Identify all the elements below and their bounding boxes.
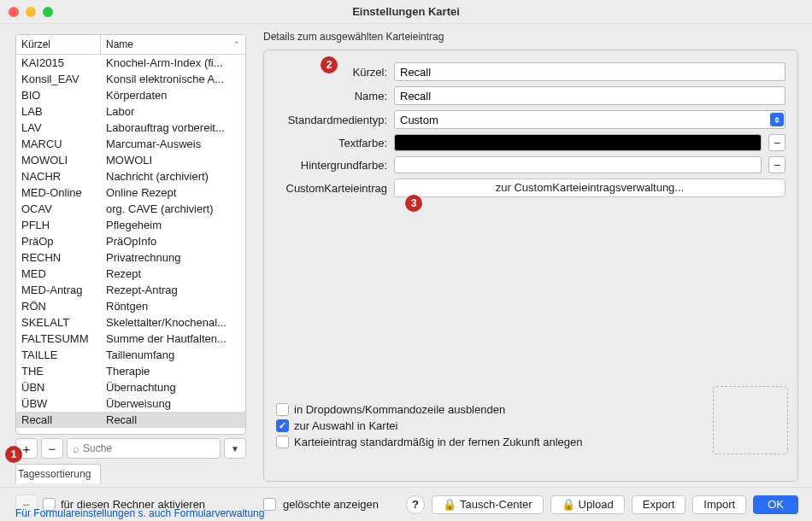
- table-row[interactable]: RÖNRöntgen: [16, 298, 245, 314]
- tausch-center-button[interactable]: 🔒Tausch-Center: [432, 495, 544, 514]
- callout-3: 3: [405, 195, 422, 212]
- hide-checkbox-label: in Dropdowns/Kommandozeile ausblenden: [294, 403, 505, 416]
- hintergrundfarbe-clear-button[interactable]: −: [768, 156, 786, 173]
- table-row[interactable]: BIOKörperdaten: [16, 87, 245, 103]
- search-input[interactable]: [83, 442, 215, 454]
- table-row[interactable]: FALTESUMMSumme der Hautfalten...: [16, 331, 245, 347]
- table-row[interactable]: MOWOLIMOWOLI: [16, 152, 245, 168]
- table-row[interactable]: LAVLaborauftrag vorbereit...: [16, 120, 245, 136]
- import-button[interactable]: Import: [692, 495, 746, 514]
- table-row[interactable]: Konsil_EAVKonsil elektronische A...: [16, 71, 245, 87]
- table-row[interactable]: LABLabor: [16, 103, 245, 120]
- callout-2: 2: [321, 56, 338, 73]
- textfarbe-swatch[interactable]: [394, 134, 762, 151]
- custom-kartei-link-button[interactable]: zur CustomKarteieintragsverwaltung...: [394, 179, 786, 197]
- sort-indicator-icon: ⌃: [233, 40, 240, 49]
- sidebar: Kürzel Name⌃ KAI2015Knochel-Arm-Index (f…: [0, 24, 255, 487]
- label-medientyp: Standardmedientyp:: [276, 114, 387, 126]
- table-row[interactable]: TAILLETaillenumfang: [16, 347, 245, 363]
- close-window-button[interactable]: [9, 7, 19, 17]
- ok-button[interactable]: OK: [753, 495, 798, 514]
- entry-table: Kürzel Name⌃ KAI2015Knochel-Arm-Index (f…: [15, 34, 246, 435]
- table-row[interactable]: MARCUMarcumar-Ausweis: [16, 136, 245, 152]
- filter-dropdown-button[interactable]: ▼: [224, 438, 246, 459]
- table-row[interactable]: RECHNPrivatrechnung: [16, 249, 245, 266]
- search-field[interactable]: ⌕: [67, 438, 221, 459]
- table-row[interactable]: THETherapie: [16, 363, 245, 379]
- upload-button[interactable]: 🔒Upload: [550, 495, 625, 514]
- auswahl-checkbox-label: zur Auswahl in Kartei: [294, 419, 397, 432]
- auswahl-checkbox[interactable]: [276, 419, 289, 432]
- zukunft-checkbox[interactable]: [276, 436, 289, 448]
- table-row[interactable]: MED-AntragRezept-Antrag: [16, 282, 245, 298]
- medientyp-select[interactable]: [394, 110, 786, 129]
- titlebar: Einstellungen Kartei: [0, 0, 812, 24]
- hide-checkbox[interactable]: [276, 403, 289, 416]
- hintergrundfarbe-swatch[interactable]: [394, 156, 762, 173]
- label-textfarbe: Textfarbe:: [276, 137, 387, 149]
- zoom-window-button[interactable]: [43, 7, 53, 17]
- lock-icon: 🔒: [443, 498, 456, 511]
- chevron-down-icon: ▼: [231, 444, 239, 454]
- remove-button[interactable]: −: [41, 438, 63, 459]
- table-row[interactable]: OCAVorg. CAVE (archiviert): [16, 201, 245, 217]
- table-row[interactable]: ÜBWÜberweisung: [16, 395, 245, 412]
- search-icon: ⌕: [73, 442, 79, 455]
- window-title: Einstellungen Kartei: [9, 5, 803, 18]
- table-row[interactable]: MED-OnlineOnline Rezept: [16, 184, 245, 201]
- details-header: Details zum ausgewählten Karteieintrag: [263, 31, 798, 43]
- callout-1: 1: [5, 446, 22, 463]
- formular-link[interactable]: Für Formulareinstellungen s. auch Formul…: [15, 507, 264, 519]
- name-input[interactable]: [394, 86, 786, 105]
- label-customkartei: CustomKarteieintrag: [276, 182, 387, 195]
- table-row[interactable]: KAI2015Knochel-Arm-Index (fi...: [16, 55, 245, 71]
- table-row[interactable]: RecallRecall: [16, 412, 245, 428]
- tagessortierung-label: Tagessortierung: [15, 464, 101, 483]
- table-row[interactable]: MEDRezept: [16, 266, 245, 282]
- minimize-window-button[interactable]: [26, 7, 36, 17]
- label-hintergrundfarbe: Hintergrundfarbe:: [276, 159, 387, 172]
- table-row[interactable]: NACHRNachricht (archiviert): [16, 168, 245, 184]
- table-row[interactable]: ÜBNÜbernachtung: [16, 379, 245, 395]
- help-button[interactable]: ?: [406, 495, 425, 514]
- geloeschte-checkbox-label: gelöschte anzeigen: [283, 498, 379, 511]
- table-row[interactable]: PräOpPräOpInfo: [16, 233, 245, 249]
- export-button[interactable]: Export: [632, 495, 686, 514]
- geloeschte-checkbox[interactable]: [263, 498, 276, 511]
- preview-box: [713, 386, 788, 454]
- column-kuerzel[interactable]: Kürzel: [16, 35, 101, 54]
- column-name[interactable]: Name⌃: [101, 35, 245, 54]
- table-row[interactable]: PFLHPflegeheim: [16, 217, 245, 233]
- zukunft-checkbox-label: Karteieintrag standardmäßig in der ferne…: [294, 436, 582, 448]
- table-row[interactable]: SKELALTSkelettalter/Knochenal...: [16, 314, 245, 331]
- lock-icon: 🔒: [562, 498, 575, 511]
- textfarbe-clear-button[interactable]: −: [768, 134, 786, 151]
- kuerzel-input[interactable]: [394, 62, 786, 81]
- label-name: Name:: [276, 90, 387, 102]
